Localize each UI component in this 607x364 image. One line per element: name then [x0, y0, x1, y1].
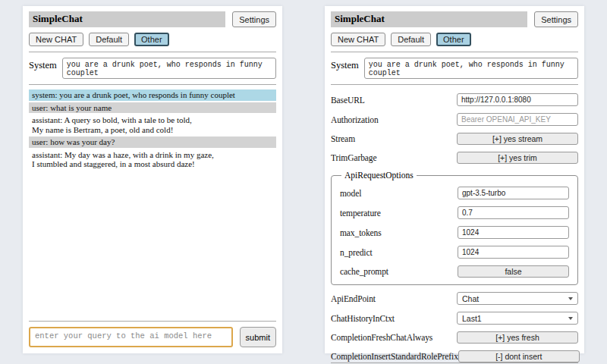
baseurl-label: BaseURL [331, 96, 365, 105]
n-predict-input[interactable] [458, 246, 569, 259]
model-label: model [340, 189, 361, 198]
api-endpoint-selected-value: Chat [462, 294, 479, 303]
chat-panel: SimpleChat Settings New CHAT Default Oth… [23, 6, 282, 353]
setting-row-cache-prompt: cache_prompt false [340, 265, 569, 278]
api-request-options-group: ApiRequestOptions model temperature max_… [331, 171, 578, 285]
max-tokens-label: max_tokens [340, 228, 382, 237]
system-prompt-row: System you are a drunk poet, who respond… [331, 58, 578, 79]
trimgarbage-toggle-button[interactable]: [+] yes trim [457, 152, 578, 164]
query-input[interactable] [29, 327, 233, 347]
setting-row-completion-fresh: CompletionFreshChatAlways [+] yes fresh [331, 331, 578, 344]
divider [29, 52, 276, 52]
authorization-label: Authorization [331, 115, 379, 124]
setting-row-temperature: temperature [340, 206, 569, 219]
chat-message-list: system: you are a drunk poet, who respon… [29, 89, 276, 171]
chat-message-system: system: you are a drunk poet, who respon… [29, 89, 276, 101]
trimgarbage-label: TrimGarbage [331, 153, 376, 162]
new-chat-button[interactable]: New CHAT [29, 33, 83, 46]
system-prompt-label: System [29, 58, 57, 71]
completion-fresh-label: CompletionFreshChatAlways [331, 333, 432, 342]
api-endpoint-label: ApiEndPoint [331, 294, 376, 303]
settings-button[interactable]: Settings [534, 11, 578, 27]
completion-fresh-toggle-button[interactable]: [+] yes fresh [457, 331, 578, 344]
cache-prompt-toggle-button[interactable]: false [458, 265, 569, 278]
chevron-down-icon [568, 317, 573, 320]
session-buttons: New CHAT Default Other [331, 33, 578, 46]
system-prompt-input[interactable]: you are a drunk poet, who responds in fu… [62, 58, 276, 79]
api-request-options-legend: ApiRequestOptions [341, 171, 417, 180]
completion-insert-prefix-toggle-button[interactable]: [-] dont insert [458, 350, 580, 362]
authorization-input[interactable] [457, 113, 578, 126]
system-prompt-row: System you are a drunk poet, who respond… [29, 58, 276, 79]
settings-list: BaseURL Authorization Stream [+] yes str… [331, 86, 578, 362]
setting-row-stream: Stream [+] yes stream [331, 133, 578, 145]
baseurl-input[interactable] [457, 93, 578, 106]
chat-history-label: ChatHistoryInCtxt [331, 314, 395, 323]
setting-row-api-endpoint: ApiEndPoint Chat [331, 292, 578, 305]
temperature-input[interactable] [458, 206, 569, 219]
divider [331, 84, 578, 85]
settings-button[interactable]: Settings [232, 11, 276, 27]
n-predict-label: n_predict [340, 248, 373, 257]
app-title: SimpleChat [331, 11, 527, 27]
session-tab-other[interactable]: Other [134, 33, 169, 46]
setting-row-completion-insert-prefix: CompletionInsertStandardRolePrefix [-] d… [331, 350, 578, 362]
max-tokens-input[interactable] [458, 226, 569, 239]
settings-panel: SimpleChat Settings New CHAT Default Oth… [325, 6, 584, 353]
setting-row-trimgarbage: TrimGarbage [+] yes trim [331, 152, 578, 164]
new-chat-button[interactable]: New CHAT [331, 33, 385, 46]
query-area: submit [29, 321, 276, 347]
divider [29, 84, 276, 85]
session-buttons: New CHAT Default Other [29, 33, 276, 46]
stream-label: Stream [331, 134, 355, 143]
setting-row-baseurl: BaseURL [331, 93, 578, 106]
titlebar: SimpleChat Settings [331, 11, 578, 27]
chat-history-select[interactable]: Last1 [457, 312, 578, 325]
setting-row-chat-history: ChatHistoryInCtxt Last1 [331, 312, 578, 325]
divider [331, 52, 578, 52]
completion-insert-prefix-label: CompletionInsertStandardRolePrefix [331, 352, 458, 361]
setting-row-model: model [340, 187, 569, 199]
app-title: SimpleChat [29, 11, 225, 27]
setting-row-n-predict: n_predict [340, 246, 569, 259]
setting-row-max-tokens: max_tokens [340, 226, 569, 239]
chat-message-assistant: assistant: My day was a haze, with a dri… [29, 149, 276, 170]
session-tab-default[interactable]: Default [89, 33, 129, 46]
submit-button[interactable]: submit [240, 327, 276, 347]
model-input[interactable] [458, 187, 569, 199]
system-prompt-input[interactable]: you are a drunk poet, who responds in fu… [364, 58, 578, 79]
api-endpoint-select[interactable]: Chat [457, 292, 578, 305]
setting-row-authorization: Authorization [331, 113, 578, 126]
titlebar: SimpleChat Settings [29, 11, 276, 27]
session-tab-other[interactable]: Other [436, 33, 471, 46]
temperature-label: temperature [340, 209, 381, 218]
stream-toggle-button[interactable]: [+] yes stream [457, 133, 578, 145]
chat-message-assistant: assistant: A query so bold, with a tale … [29, 115, 276, 135]
session-tab-default[interactable]: Default [391, 33, 431, 46]
cache-prompt-label: cache_prompt [340, 267, 388, 276]
chevron-down-icon [568, 297, 573, 300]
system-prompt-label: System [331, 58, 359, 71]
chat-message-user: user: what is your name [29, 102, 276, 114]
chat-history-selected-value: Last1 [462, 314, 482, 323]
chat-message-user: user: how was your day? [29, 136, 276, 148]
